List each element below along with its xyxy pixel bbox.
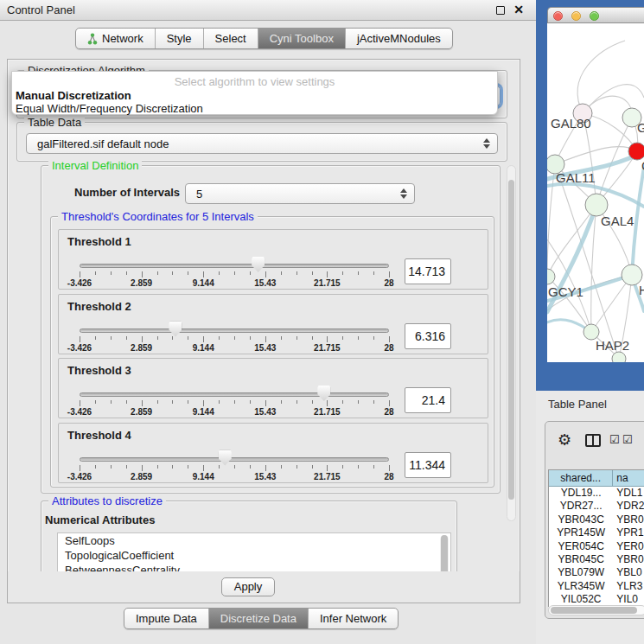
table-row[interactable]: YPR145WYPR1 (549, 526, 644, 539)
table-cell[interactable]: YBL079W (549, 566, 613, 579)
slider-tick (312, 400, 313, 404)
table-cell[interactable]: YBR045C (549, 553, 613, 566)
table-cell[interactable]: YPR145W (549, 526, 613, 539)
table-cell[interactable]: YLR3 (613, 580, 644, 593)
slider-tick (358, 400, 359, 404)
column-header[interactable]: na (613, 470, 644, 487)
threshold-value-field[interactable] (405, 323, 451, 349)
tab-network[interactable]: Network (76, 29, 155, 48)
table-cell[interactable]: YDL19... (549, 487, 613, 500)
slider-tick (296, 336, 297, 340)
combo-spinner-icon[interactable] (400, 188, 407, 199)
float-window-icon[interactable] (496, 6, 505, 15)
threshold-panel: Threshold 2-3.4262.8599.14415.4321.71528 (58, 294, 488, 354)
table-cell[interactable]: YBR0 (613, 513, 644, 526)
apply-button[interactable]: Apply (221, 577, 275, 596)
table-cell[interactable]: YDL1 (613, 487, 644, 500)
slider-tick (111, 271, 112, 275)
slider-track[interactable] (80, 457, 389, 462)
slider-handle[interactable] (219, 450, 232, 466)
table-cell[interactable]: YDR2 (613, 500, 644, 513)
table-cell[interactable]: YBL0 (613, 566, 644, 579)
slider-track[interactable] (80, 264, 389, 268)
algorithm-option[interactable]: Equal Width/Frequency Discretization (16, 102, 203, 115)
algorithm-option[interactable]: Manual Discretization (16, 89, 131, 102)
slider-tick (296, 400, 297, 404)
number-of-intervals-combo[interactable]: 5 (185, 183, 415, 204)
slider-tick (142, 400, 143, 406)
network-node[interactable] (628, 143, 644, 160)
network-edge[interactable] (577, 41, 625, 113)
combo-spinner-icon[interactable] (483, 138, 490, 149)
table-hscrollbar[interactable] (548, 605, 644, 615)
slider-tick (312, 465, 313, 469)
panel-scrollbar-thumb[interactable] (508, 180, 514, 500)
slider-tick (157, 271, 158, 275)
tab-infer-network[interactable]: Infer Network (308, 609, 398, 628)
table-data-combo[interactable]: galFiltered.sif default node (26, 133, 498, 154)
slider-handle[interactable] (252, 257, 265, 272)
tab-discretize-data[interactable]: Discretize Data (208, 609, 308, 628)
column-header[interactable]: shared... (549, 470, 613, 487)
network-node[interactable] (612, 352, 626, 362)
slider-tick (188, 465, 188, 469)
table-cell[interactable]: YER0 (613, 540, 644, 553)
split-view-icon[interactable] (585, 434, 601, 447)
slider-handle[interactable] (317, 386, 330, 401)
table-row[interactable]: YBL079WYBL0 (549, 566, 644, 579)
table-row[interactable]: YDR27...YDR2 (549, 500, 644, 513)
gear-icon[interactable]: ⚙ (558, 432, 571, 448)
slider-handle[interactable] (169, 322, 182, 337)
threshold-value-field[interactable] (405, 452, 451, 478)
slider-tick (358, 271, 359, 275)
control-panel: Control Panel ✕ NetworkStyleSelectCyni T… (0, 0, 536, 644)
window-close-light-icon[interactable] (553, 11, 563, 21)
table-cell[interactable]: YLR345W (549, 580, 613, 593)
network-node-label: GA (637, 120, 644, 135)
checkbox-icon[interactable]: ☑ (609, 433, 620, 446)
tab-impute-data[interactable]: Impute Data (124, 609, 208, 628)
network-node-label: GAL11 (556, 170, 596, 185)
threshold-value-field[interactable] (405, 258, 451, 284)
panel-scrollbar[interactable] (507, 165, 516, 521)
table-cell[interactable]: YER054C (549, 540, 613, 553)
table-row[interactable]: YER054CYER0 (549, 540, 644, 553)
checkbox-icon[interactable]: ☑ (622, 433, 633, 446)
tab-select[interactable]: Select (203, 29, 258, 48)
table-cell[interactable]: YPR1 (613, 526, 644, 539)
threshold-value-field[interactable] (405, 387, 451, 413)
algorithm-popup-prompt: Select algorithm to view settings (12, 75, 497, 88)
slider-track[interactable] (80, 328, 389, 333)
slider-tick (126, 336, 127, 340)
slider-tick (296, 465, 297, 469)
attribute-item[interactable]: TopologicalCoefficient (58, 548, 450, 563)
table-row[interactable]: YBR045CYBR0 (549, 553, 644, 566)
network-node[interactable] (547, 269, 555, 284)
network-edge[interactable] (547, 164, 555, 277)
tab-cyni-toolbox[interactable]: Cyni Toolbox (258, 29, 345, 48)
slider-tick (172, 465, 173, 469)
table-cell[interactable]: YDR27... (549, 500, 613, 513)
network-window-titlebar[interactable] (547, 7, 644, 23)
slider-tick (234, 336, 235, 340)
table-row[interactable]: YBR043CYBR0 (549, 513, 644, 526)
table-cell[interactable]: YBR0 (613, 553, 644, 566)
window-zoom-light-icon[interactable] (590, 11, 599, 21)
attribute-item[interactable]: SelfLoops (58, 533, 450, 548)
tab-jactivemnodules[interactable]: jActiveMNodules (345, 29, 452, 48)
threshold-label: Threshold 1 (67, 235, 131, 248)
table-row[interactable]: YDL19...YDL1 (549, 487, 644, 500)
thresholds-group: Threshold's Coordinates for 5 Intervals … (50, 216, 494, 488)
slider-tick (312, 271, 313, 275)
table-cell[interactable]: YBR043C (549, 513, 613, 526)
close-icon[interactable]: ✕ (513, 3, 524, 16)
slider-track[interactable] (80, 392, 389, 397)
table-hscrollbar-thumb[interactable] (551, 607, 637, 614)
table-row[interactable]: YLR345WYLR3 (549, 580, 644, 593)
slider-tick (389, 465, 390, 471)
network-view[interactable]: GAL80GACGAL11GAL4GCY1HHAP2 (547, 23, 644, 362)
slider-tick (265, 465, 266, 471)
axis-tick-label: 21.715 (301, 343, 353, 353)
window-minimize-light-icon[interactable] (571, 11, 581, 21)
tab-style[interactable]: Style (155, 29, 203, 48)
